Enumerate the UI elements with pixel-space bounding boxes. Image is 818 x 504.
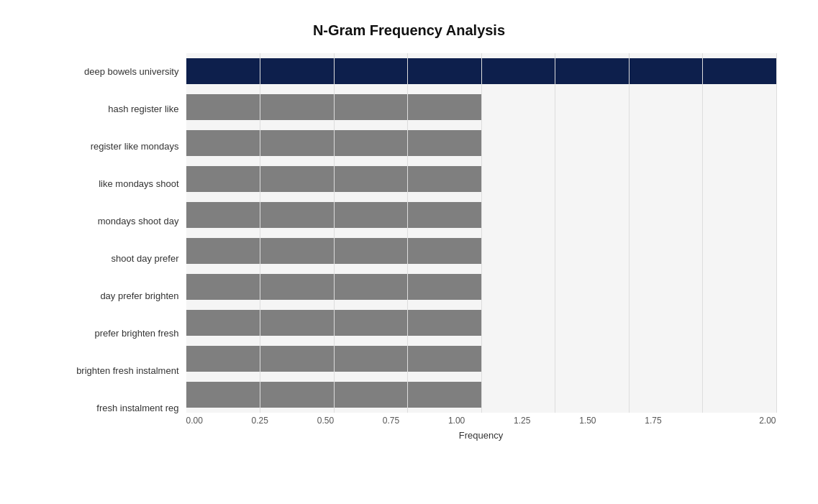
bar-row <box>186 305 776 341</box>
y-label: brighten fresh instalment <box>76 365 178 377</box>
y-label: fresh instalment reg <box>96 403 178 414</box>
y-label: deep bowels university <box>84 66 179 78</box>
x-tick: 0.50 <box>317 416 383 426</box>
bar <box>186 274 481 300</box>
y-label: shoot day prefer <box>112 253 179 265</box>
bar <box>186 94 481 120</box>
bar-row <box>186 161 776 197</box>
bar-row <box>186 269 776 305</box>
x-tick: 1.00 <box>448 416 514 426</box>
bar-row <box>186 377 776 413</box>
bar <box>186 58 776 84</box>
bar <box>186 310 481 336</box>
x-axis: 0.000.250.500.751.001.251.501.752.00 Fre… <box>186 413 776 441</box>
chart-container: N-Gram Frequency Analysis deep bowels un… <box>14 8 805 497</box>
y-label: prefer brighten fresh <box>94 328 178 339</box>
y-label: day prefer brighten <box>100 290 178 302</box>
x-axis-label: Frequency <box>186 430 776 441</box>
bar-row <box>186 233 776 269</box>
bar <box>186 382 481 408</box>
x-tick: 1.25 <box>514 416 579 426</box>
bar <box>186 238 481 264</box>
bar-row <box>186 341 776 377</box>
y-label: like mondays shoot <box>99 178 178 190</box>
y-labels: deep bowels universityhash register like… <box>42 53 186 427</box>
y-label: mondays shoot day <box>98 216 179 227</box>
bar-row <box>186 197 776 233</box>
bar <box>186 130 481 156</box>
x-tick: 1.50 <box>579 416 645 426</box>
chart-title: N-Gram Frequency Analysis <box>42 22 776 39</box>
bar <box>186 346 481 372</box>
bar <box>186 166 481 192</box>
bar-row <box>186 89 776 125</box>
bar-row <box>186 53 776 89</box>
y-label: register like mondays <box>91 141 179 152</box>
x-tick: 1.75 <box>645 416 710 426</box>
bar-row <box>186 125 776 161</box>
grid-line <box>776 53 777 413</box>
bar <box>186 202 481 228</box>
y-label: hash register like <box>108 104 178 115</box>
x-tick: 0.00 <box>186 416 252 426</box>
x-tick: 0.75 <box>383 416 448 426</box>
x-tick: 2.00 <box>710 416 776 426</box>
chart-area: deep bowels universityhash register like… <box>42 53 776 427</box>
bars-section: 0.000.250.500.751.001.251.501.752.00 Fre… <box>186 53 776 427</box>
x-ticks: 0.000.250.500.751.001.251.501.752.00 <box>186 416 776 426</box>
bars-wrapper <box>186 53 776 413</box>
x-tick: 0.25 <box>252 416 317 426</box>
